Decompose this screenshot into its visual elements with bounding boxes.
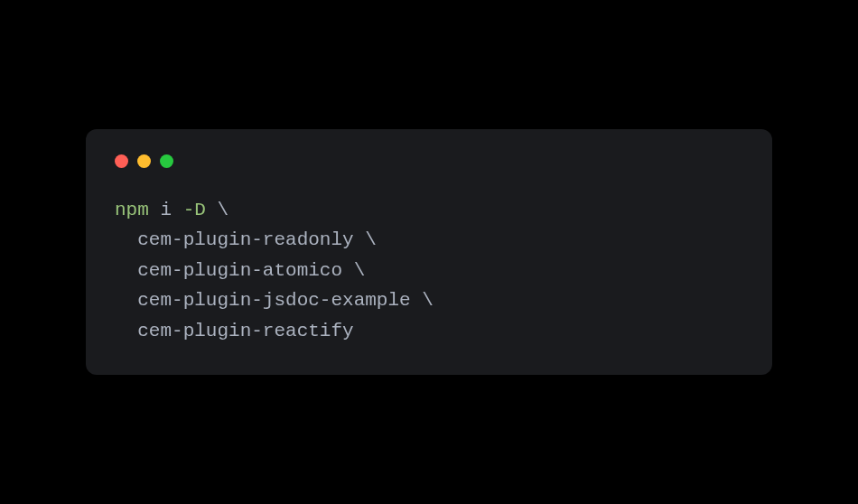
package-reactify: cem-plugin-reactify: [137, 321, 353, 341]
package-atomico: cem-plugin-atomico: [137, 260, 342, 281]
npm-command: npm: [115, 200, 149, 220]
window-controls: [115, 154, 743, 168]
line-continuation: \: [365, 229, 377, 250]
command-space: [149, 200, 161, 220]
code-block: npm i -D \ cem-plugin-readonly \ cem-plu…: [115, 195, 743, 347]
maximize-icon[interactable]: [160, 154, 173, 168]
indent: [115, 290, 137, 311]
command-space: [411, 290, 423, 311]
package-readonly: cem-plugin-readonly: [137, 229, 353, 250]
indent: [115, 229, 137, 250]
indent: [115, 260, 137, 281]
line-continuation: \: [354, 260, 366, 281]
indent: [115, 321, 137, 341]
command-space: [354, 229, 366, 250]
line-continuation: \: [422, 290, 434, 311]
command-space: [342, 260, 354, 281]
command-space: [172, 200, 183, 220]
line-continuation: \: [217, 200, 228, 220]
minimize-icon[interactable]: [137, 154, 151, 168]
dev-flag: -D: [183, 200, 206, 220]
install-subcommand: i: [160, 200, 172, 220]
terminal-window: npm i -D \ cem-plugin-readonly \ cem-plu…: [86, 129, 772, 376]
close-icon[interactable]: [115, 154, 128, 168]
package-jsdoc-example: cem-plugin-jsdoc-example: [137, 290, 410, 311]
command-space: [206, 200, 218, 220]
